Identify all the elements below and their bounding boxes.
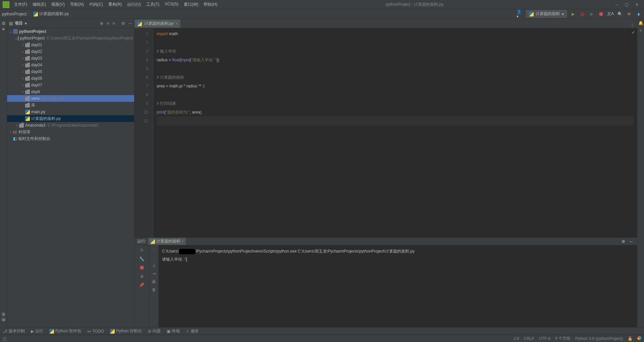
tree-anaconda[interactable]: ›Anaconda3C:\ProgramData\Anaconda3: [7, 122, 134, 129]
collapse-all-icon[interactable]: ≡: [112, 20, 115, 26]
tree-scratches[interactable]: ◧临时文件和控制台: [7, 135, 134, 142]
todo-tab[interactable]: ≔TODO: [87, 329, 104, 334]
python-packages-tab[interactable]: Python 软件包: [49, 328, 81, 334]
run-settings-icon[interactable]: ⚙: [620, 239, 627, 244]
menu-help[interactable]: 帮助(H): [202, 0, 219, 9]
tree-day07[interactable]: ›day07: [7, 82, 134, 88]
codewithme-icon[interactable]: ◗: [635, 11, 642, 17]
indent-setting[interactable]: 4 个空格: [555, 336, 571, 341]
code-editor[interactable]: 1234567891011 import math # 输入半径 radius …: [135, 28, 637, 237]
breadcrumb-file[interactable]: 计算圆的面积.py: [33, 11, 69, 17]
trash-icon[interactable]: 🗑: [152, 287, 156, 292]
project-tool-icon[interactable]: ▦: [2, 21, 5, 25]
settings-icon[interactable]: ⚙: [121, 20, 126, 26]
commit-tool-icon[interactable]: ■: [2, 27, 4, 31]
branch-icon: ⎇: [3, 329, 7, 334]
menu-tools[interactable]: 工具(T): [144, 0, 161, 9]
menu-run[interactable]: 运行(U): [125, 0, 143, 9]
project-tree[interactable]: ⌄pythonProject ⌄pythonProjectC:\Users\周玉…: [7, 28, 134, 327]
menu-code[interactable]: 代码(C): [87, 0, 105, 9]
search-icon[interactable]: 🔍: [616, 11, 623, 17]
stop-button[interactable]: [598, 11, 604, 17]
tree-lib[interactable]: 库: [7, 102, 134, 109]
breadcrumb-project[interactable]: pythonProject: [2, 12, 26, 16]
menu-refactor[interactable]: 重构(R): [106, 0, 124, 9]
translate-icon[interactable]: 文A: [607, 11, 614, 17]
run-tool-icon[interactable]: 🔧: [139, 256, 145, 262]
coverage-button[interactable]: ▶: [588, 11, 595, 17]
run-config-selector[interactable]: 计算圆的面积 ▾: [526, 10, 567, 18]
editor-area: 计算圆的面积.py × ⋮ 1234567891011 import math …: [135, 19, 637, 237]
line-separator[interactable]: CRLF: [524, 336, 534, 341]
list-icon: ≔: [87, 329, 91, 334]
terminal-tab[interactable]: ▣终端: [167, 328, 180, 334]
minimize-button[interactable]: ─: [615, 2, 618, 7]
close-button[interactable]: ✕: [635, 2, 639, 7]
tree-day06[interactable]: ›day06: [7, 75, 134, 82]
readonly-lock-icon[interactable]: 🔓: [628, 336, 633, 341]
inspection-ok-icon[interactable]: ✔: [632, 30, 635, 35]
caret-position[interactable]: 2:9: [514, 336, 519, 341]
tree-day8[interactable]: ›day8: [7, 88, 134, 95]
close-run-tab-icon[interactable]: ×: [182, 240, 184, 243]
tree-day02[interactable]: ›day02: [7, 48, 134, 55]
layout-icon[interactable]: ≣: [139, 273, 145, 279]
editor-tab[interactable]: 计算圆的面积.py ×: [135, 19, 181, 28]
tabs-more-icon[interactable]: ⋮: [628, 23, 637, 28]
locate-icon[interactable]: ⊕: [99, 20, 104, 26]
stop-run-icon[interactable]: [139, 265, 145, 271]
problems-tab[interactable]: ⊘问题: [148, 328, 161, 334]
up-icon[interactable]: ↑: [153, 247, 155, 252]
run-button[interactable]: ▶: [570, 11, 576, 17]
tree-day05[interactable]: ›day05: [7, 68, 134, 75]
user-icon[interactable]: 👤▾: [517, 11, 523, 17]
menu-vcs[interactable]: VCS(S): [163, 0, 180, 9]
soft-wrap-icon[interactable]: ↲: [152, 263, 156, 268]
folder-icon: [25, 89, 30, 94]
bookmarks-tab[interactable]: 书签: [1, 318, 6, 321]
database-icon[interactable]: ≡: [639, 28, 642, 33]
hide-panel-icon[interactable]: ─: [128, 20, 132, 26]
tree-current-file[interactable]: 计算圆的面积.py: [7, 115, 134, 122]
menu-navigate[interactable]: 导航(N): [68, 0, 86, 9]
version-control-tab[interactable]: ⎇版本控制: [3, 328, 25, 334]
scroll-end-icon[interactable]: ⇥: [152, 271, 156, 276]
run-console[interactable]: C:\Users\\PycharmProjects\pythonProject\…: [159, 245, 637, 327]
rerun-icon[interactable]: ↻: [139, 247, 145, 253]
tree-venv[interactable]: ›venvlibrary根目录: [7, 95, 134, 102]
tree-main[interactable]: main.py: [7, 109, 134, 115]
left-tool-rail: ▦ ■: [0, 19, 7, 327]
folder-icon: [25, 96, 30, 101]
hide-run-icon[interactable]: ─: [627, 239, 634, 244]
python-interpreter[interactable]: Python 3.9 (pythonProject): [575, 336, 623, 341]
debug-button[interactable]: 🐞: [579, 11, 586, 17]
menu-window[interactable]: 窗口(W): [182, 0, 200, 9]
menu-edit[interactable]: 编辑(E): [31, 0, 48, 9]
expand-all-icon[interactable]: ≡: [106, 20, 110, 26]
run-tab[interactable]: 计算圆的面积 ×: [148, 238, 186, 245]
maximize-button[interactable]: ▢: [625, 2, 629, 7]
app-logo-icon: [3, 1, 9, 8]
close-tab-icon[interactable]: ×: [175, 21, 178, 26]
python-console-tab[interactable]: Python 控制台: [110, 328, 142, 334]
file-encoding[interactable]: UTF-8: [539, 336, 550, 341]
services-tab[interactable]: ☆服务: [186, 328, 199, 334]
tree-external-libs[interactable]: ›⫿⫿外部库: [7, 129, 134, 135]
print-icon[interactable]: 🖶: [152, 279, 156, 284]
run-tab-bottom[interactable]: ▶运行: [31, 328, 43, 334]
chevron-down-icon[interactable]: ▾: [25, 21, 27, 26]
tree-day01[interactable]: ›day01: [7, 42, 134, 48]
sync-icon[interactable]: ⟳: [626, 11, 633, 17]
down-icon[interactable]: ↓: [153, 255, 155, 260]
menu-file[interactable]: 文件(F): [12, 0, 29, 9]
google-icon[interactable]: [637, 336, 641, 341]
tree-day04[interactable]: ›day04: [7, 62, 134, 68]
toggle-tools-icon[interactable]: ◫: [3, 336, 6, 341]
warning-icon: ⊘: [148, 329, 151, 334]
structure-tab[interactable]: 结构: [1, 323, 6, 326]
notifications-icon[interactable]: 🔔: [638, 21, 643, 25]
pin-icon[interactable]: 📌: [139, 282, 145, 288]
navigation-bar: pythonProject 〉 计算圆的面积.py 👤▾ 计算圆的面积 ▾ ▶ …: [0, 9, 644, 19]
tree-day03[interactable]: ›day03: [7, 55, 134, 62]
menu-view[interactable]: 视图(V): [49, 0, 67, 9]
